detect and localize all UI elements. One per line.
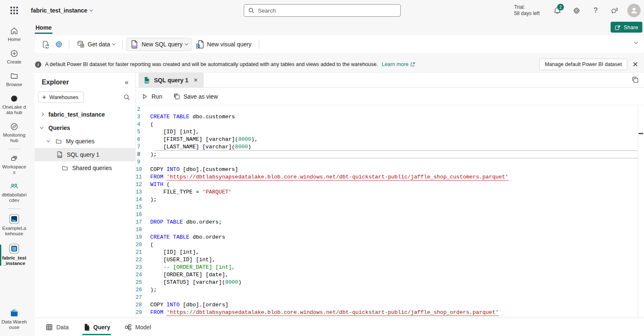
workspace-switcher[interactable]: fabric_test_instance bbox=[31, 7, 93, 14]
chevron-down-icon bbox=[47, 139, 50, 143]
code-line: 29FROM 'https://dbtlabsynapsedatalake.bl… bbox=[136, 309, 638, 316]
explorer-title: Explorer bbox=[42, 79, 69, 86]
help-button[interactable]: ? bbox=[587, 2, 604, 19]
close-tab-icon[interactable]: × bbox=[192, 76, 199, 84]
code-line: 19CREATE TABLE dbo.orders bbox=[136, 234, 638, 241]
lakehouse-icon bbox=[9, 214, 20, 224]
get-data-button[interactable]: Get data bbox=[73, 38, 119, 51]
copy-icon[interactable] bbox=[631, 76, 639, 84]
query-settings-button[interactable] bbox=[52, 38, 66, 51]
new-sql-query-button[interactable]: SQL New SQL query bbox=[126, 38, 192, 51]
feedback-button[interactable] bbox=[606, 2, 623, 19]
code-line: 25 [STATUS] [varchar](8000) bbox=[136, 279, 638, 286]
code-line: 14); bbox=[136, 196, 638, 204]
code-line: 9 bbox=[136, 158, 638, 166]
toolbar-divider bbox=[69, 40, 69, 49]
people-icon bbox=[9, 182, 19, 191]
code-editor[interactable]: 23CREATE TABLE dbo.customers4(5 [ID] [in… bbox=[136, 105, 644, 318]
nav-browse[interactable]: Browse bbox=[0, 69, 28, 91]
query-toolbar: Run Save as view bbox=[136, 88, 644, 105]
nav-fabric-test-instance[interactable]: fabric_test_instance bbox=[0, 240, 28, 270]
person-icon bbox=[630, 6, 638, 15]
settings-button[interactable] bbox=[568, 2, 585, 19]
new-visual-query-button[interactable]: New visual query bbox=[192, 38, 255, 51]
bottom-view-switcher: Data Query Model bbox=[35, 318, 644, 336]
chevron-down-icon bbox=[112, 42, 115, 46]
code-line: 21 [ID] [int], bbox=[136, 249, 638, 256]
onelake-icon bbox=[10, 94, 19, 103]
nav-workspaces[interactable]: Workspaces bbox=[0, 151, 28, 179]
tree-item-my-queries[interactable]: My queries bbox=[35, 135, 135, 148]
gear-icon bbox=[55, 40, 63, 48]
top-bar-actions: Trial: 58 days left 2 ? bbox=[514, 0, 641, 21]
ribbon-collapse-chevron[interactable] bbox=[634, 40, 638, 44]
workspace-name: fabric_test_instance bbox=[31, 7, 87, 14]
nav-examplelakehouse[interactable]: ExampleLakehouse bbox=[0, 211, 28, 240]
nav-onelake-data-hub[interactable]: OneLake data hub bbox=[0, 91, 28, 119]
manage-dataset-button[interactable]: Manage default Power BI dataset bbox=[539, 59, 627, 70]
code-line: 8); bbox=[136, 151, 638, 158]
nav-data-warehouse[interactable]: Data Warehouse bbox=[0, 305, 28, 336]
notifications-button[interactable]: 2 bbox=[549, 2, 566, 19]
tree-item-warehouse[interactable]: fabric_test_instance bbox=[35, 108, 135, 121]
run-button[interactable]: Run bbox=[141, 93, 162, 100]
tab-sql-query-1[interactable]: SQL SQL query 1 × bbox=[139, 73, 204, 87]
feedback-icon bbox=[611, 6, 619, 15]
warehouses-button[interactable]: + Warehouses bbox=[38, 92, 84, 103]
tab-query[interactable]: Query bbox=[78, 318, 115, 336]
tab-model[interactable]: Model bbox=[119, 318, 156, 336]
code-line: 7 [LAST_NAME] [varchar](8000) bbox=[136, 143, 638, 151]
folder-icon bbox=[10, 71, 19, 81]
code-line: 3CREATE TABLE dbo.customers bbox=[136, 113, 638, 121]
tree-item-queries[interactable]: Queries bbox=[35, 121, 135, 135]
notification-badge: 2 bbox=[557, 4, 564, 10]
learn-more-link[interactable]: Learn more bbox=[382, 61, 415, 67]
code-line: 13 FILE_TYPE = 'PARQUET' bbox=[136, 188, 638, 196]
code-line: 11FROM 'https://dbtlabsynapsedatalake.bl… bbox=[136, 173, 638, 181]
code-line: 17DROP TABLE dbo.orders; bbox=[136, 219, 638, 226]
explorer-search-icon[interactable] bbox=[124, 94, 130, 101]
app-launcher-icon[interactable] bbox=[5, 1, 23, 20]
tree-item-shared-queries[interactable]: Shared queries bbox=[35, 161, 135, 175]
code-line: 12WITH ( bbox=[136, 181, 638, 188]
chevron-down-icon bbox=[40, 126, 43, 129]
data-warehouse-icon bbox=[9, 308, 20, 318]
scrollbar-marker[interactable] bbox=[639, 133, 643, 134]
ribbon-wrap: Get data SQL New SQL query New visual qu… bbox=[28, 34, 644, 56]
banner-close-icon[interactable]: ✕ bbox=[630, 59, 641, 70]
nav-create[interactable]: Create bbox=[0, 46, 28, 69]
info-icon: i bbox=[35, 61, 41, 68]
tab-home[interactable]: Home bbox=[35, 23, 53, 33]
ribbon-toolbar: Get data SQL New SQL query New visual qu… bbox=[35, 36, 644, 53]
code-line: 22 [USER_ID] [int], bbox=[136, 256, 638, 264]
home-icon bbox=[10, 26, 19, 36]
svg-text:SQL: SQL bbox=[58, 155, 63, 158]
code-line: 28COPY INTO [dbo].[orders] bbox=[136, 301, 638, 309]
save-as-view-button[interactable]: Save as view bbox=[173, 93, 218, 100]
search-input[interactable]: Search bbox=[244, 4, 401, 17]
save-as-view-icon bbox=[173, 93, 180, 100]
folder-icon bbox=[61, 165, 68, 172]
tab-data[interactable]: Data bbox=[40, 318, 74, 336]
nav-monitoring-hub[interactable]: Monitoring hub bbox=[0, 119, 28, 147]
left-nav-rail: Home Create Browse OneLake data hub Moni… bbox=[0, 21, 28, 336]
query-editor-panel: SQL SQL query 1 × Run Save bbox=[136, 73, 644, 318]
nav-dbtlabsfabricdev[interactable]: dbtlabsfabricdev bbox=[0, 179, 28, 207]
help-icon: ? bbox=[593, 6, 597, 15]
share-button[interactable]: Share bbox=[611, 22, 642, 33]
tree-item-sql-query-1[interactable]: SQL SQL query 1 bbox=[35, 148, 135, 161]
code-line: 18 bbox=[136, 226, 638, 234]
code-line: 16 bbox=[136, 211, 638, 219]
collapse-pane-icon[interactable]: « bbox=[125, 79, 129, 86]
editor-scrollbar[interactable] bbox=[638, 105, 644, 318]
code-line: 5 [ID] [int], bbox=[136, 128, 638, 136]
rail-divider bbox=[8, 149, 21, 149]
top-bar: fabric_test_instance Search Trial: 58 da… bbox=[0, 0, 644, 21]
external-link-icon bbox=[410, 62, 415, 67]
account-avatar[interactable] bbox=[627, 4, 641, 17]
model-icon bbox=[124, 323, 132, 331]
code-line: 15 bbox=[136, 204, 638, 211]
editor-tab-strip: SQL SQL query 1 × bbox=[136, 73, 644, 88]
refresh-button[interactable] bbox=[39, 38, 52, 51]
nav-home[interactable]: Home bbox=[0, 23, 28, 46]
